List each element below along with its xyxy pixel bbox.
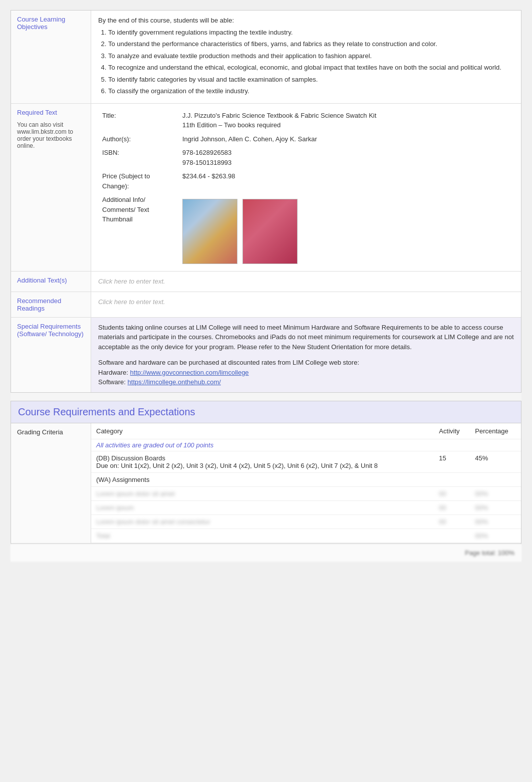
special-req-paragraph1: Students taking online courses at LIM Co… [98,323,514,352]
percentage-cell: 45% [470,451,521,472]
table-row: Additional Info/ Comments/ Text Thumbnai… [98,193,514,266]
required-text-heading: Required Text [17,109,85,116]
blurred-activity [434,529,470,543]
blurred-percentage: 00% [470,500,521,514]
col-percentage: Percentage [470,423,521,439]
table-row: Lorem ipsum dolor sit amet consectetur 0… [91,514,521,529]
learning-objectives-content: By the end of this course, students will… [91,11,521,103]
grading-subtitle: All activities are graded out of 100 poi… [91,439,521,451]
table-row: Total 00% [91,529,521,543]
required-text-label: Required Text You can also visit www.lim… [11,104,91,272]
software-label: Software: [98,378,126,386]
visit-text: You can also visit www.lim.bkstr.com to … [17,121,85,149]
recommended-readings-label: Recommended Readings [11,292,91,317]
additional-texts-row: Additional Text(s) Click here to enter t… [11,272,521,292]
list-item: To identify fabric categories by visual … [108,75,514,85]
thumbnail-area [182,199,510,264]
learning-objectives-row: Course Learning Objectives By the end of… [11,11,521,104]
list-item: To recognize and understand the ethical,… [108,63,514,73]
required-text-row: Required Text You can also visit www.lim… [11,104,521,272]
page-total-row: Page total: 100% [11,544,521,562]
special-requirements-content: Students taking online courses at LIM Co… [91,318,521,392]
table-row: Lorem ipsum 00 00% [91,500,521,514]
grading-table: Category Activity Percentage All activit… [91,423,521,543]
activity-cell: 15 [434,451,470,472]
price-label: Price (Subject to Change): [98,169,178,193]
additional-texts-label: Additional Text(s) [11,272,91,292]
category-cell: (WA) Assignments [91,472,434,486]
grading-tbody: All activities are graded out of 100 poi… [91,439,521,543]
recommended-readings-row: Recommended Readings Click here to enter… [11,292,521,318]
authors-value: Ingrid Johnson, Allen C. Cohen, Ajoy K. … [178,132,514,146]
grading-thead: Category Activity Percentage [91,423,521,439]
blurred-percentage: 00% [470,514,521,529]
table-row: Price (Subject to Change): $234.64 - $26… [98,169,514,193]
blurred-percentage: 00% [470,529,521,543]
activity-cell [434,472,470,486]
col-category: Category [91,423,434,439]
title-value: J.J. Pizzuto's Fabric Science Textbook &… [178,109,514,132]
course-requirements-header: Course Requirements and Expectations [11,401,521,423]
category-cell: (DB) Discussion Boards Due on: Unit 1(x2… [91,451,434,472]
isbn-label: ISBN: [98,146,178,169]
table-row: Title: J.J. Pizzuto's Fabric Science Tex… [98,109,514,132]
software-line: Software: https://limcollege.onthehub.co… [98,377,514,387]
hardware-label: Hardware: [98,369,128,376]
table-row: ISBN: 978-1628926583 978-1501318993 [98,146,514,169]
title-label: Title: [98,109,178,132]
learning-objectives-label: Course Learning Objectives [11,11,91,103]
grading-criteria-content: Category Activity Percentage All activit… [91,423,521,543]
book-thumbnail-2 [242,199,298,264]
special-requirements-label: Special Requirements (Software/ Technolo… [11,318,91,392]
page-total-text: Page total: 100% [465,549,514,557]
recommended-readings-placeholder[interactable]: Click here to enter text. [98,298,165,306]
additional-texts-content: Click here to enter text. [91,272,521,292]
authors-label: Author(s): [98,132,178,146]
additional-texts-placeholder[interactable]: Click here to enter text. [98,278,165,285]
table-row: (DB) Discussion Boards Due on: Unit 1(x2… [91,451,521,472]
price-value: $234.64 - $263.98 [178,169,514,193]
col-activity: Activity [434,423,470,439]
table-row: Author(s): Ingrid Johnson, Allen C. Cohe… [98,132,514,146]
isbn-values: 978-1628926583 978-1501318993 [178,146,514,169]
required-text-content: Title: J.J. Pizzuto's Fabric Science Tex… [91,104,521,272]
blurred-category: Lorem ipsum dolor sit amet consectetur [91,514,434,529]
table-row: Lorem ipsum dolor sit amet 00 00% [91,486,521,500]
blurred-activity: 00 [434,500,470,514]
table-row: All activities are graded out of 100 poi… [91,439,521,451]
software-link[interactable]: https://limcollege.onthehub.com/ [128,378,221,386]
hardware-link[interactable]: http://www.govconnection.com/limcollege [130,369,249,376]
grading-criteria-label: Grading Criteria [11,423,91,543]
hardware-line: Hardware: http://www.govconnection.com/l… [98,368,514,378]
list-item: To identify government regulations impac… [108,28,514,38]
main-section: Course Learning Objectives By the end of… [11,10,521,393]
course-requirements-section: Course Requirements and Expectations Gra… [11,401,521,544]
recommended-readings-content: Click here to enter text. [91,292,521,317]
table-row: (WA) Assignments [91,472,521,486]
book-thumbnail-1 [182,199,237,264]
blurred-category: Total [91,529,434,543]
thumbnail-area-cell [178,193,514,266]
blurred-category: Lorem ipsum dolor sit amet [91,486,434,500]
blurred-percentage: 00% [470,486,521,500]
special-req-paragraph2: Software and hardware can be purchased a… [98,358,514,368]
percentage-cell [470,472,521,486]
page-container: Course Learning Objectives By the end of… [11,10,521,562]
objectives-intro: By the end of this course, students will… [98,16,514,26]
table-row: Category Activity Percentage [91,423,521,439]
text-info-table: Title: J.J. Pizzuto's Fabric Science Tex… [98,109,514,267]
list-item: To understand the performance characteri… [108,39,514,49]
grading-criteria-row: Grading Criteria Category Activity Perce… [11,423,521,544]
blurred-activity: 00 [434,514,470,529]
list-item: To classify the organization of the text… [108,86,514,96]
list-item: To analyze and evaluate textile producti… [108,51,514,61]
special-requirements-row: Special Requirements (Software/ Technolo… [11,318,521,392]
blurred-activity: 00 [434,486,470,500]
blurred-category: Lorem ipsum [91,500,434,514]
objectives-list: To identify government regulations impac… [98,28,514,96]
additional-label: Additional Info/ Comments/ Text Thumbnai… [98,193,178,266]
